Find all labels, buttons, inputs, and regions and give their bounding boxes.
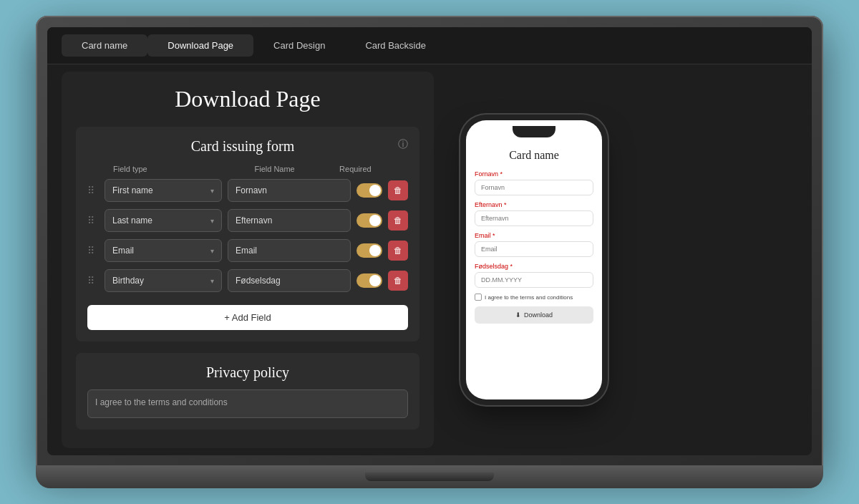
header-field-name: Field Name xyxy=(220,165,328,173)
phone-field-efternavn: Efternavn * xyxy=(475,201,593,226)
laptop-wrapper: Card name Download Page Card Design Card… xyxy=(36,16,823,488)
phone-field-fornavn: Fornavn * xyxy=(475,170,593,195)
phone-input-birthday[interactable] xyxy=(475,272,593,288)
tab-card-name[interactable]: Card name xyxy=(62,34,147,57)
download-icon: ⬇ xyxy=(515,311,521,319)
field-type-select-3[interactable]: Email ▾ xyxy=(105,239,222,262)
toggle-1[interactable] xyxy=(356,183,382,198)
tab-card-backside[interactable]: Card Backside xyxy=(345,34,446,57)
header-required: Required xyxy=(329,165,382,173)
phone-input-fornavn[interactable] xyxy=(475,180,593,195)
field-type-select-1[interactable]: First name ▾ xyxy=(105,179,222,202)
drag-handle-2[interactable]: ⠿ xyxy=(87,215,99,226)
phone-label-efternavn: Efternavn * xyxy=(475,201,593,208)
top-nav: Card name Download Page Card Design Card… xyxy=(47,27,812,64)
left-panel: Download Page ⓘ Card issuing form Field … xyxy=(62,72,434,448)
field-name-input-2[interactable] xyxy=(228,209,351,232)
delete-btn-3[interactable]: 🗑 xyxy=(388,241,408,261)
field-name-input-4[interactable] xyxy=(228,269,351,292)
delete-btn-1[interactable]: 🗑 xyxy=(388,180,408,200)
delete-btn-4[interactable]: 🗑 xyxy=(388,271,408,291)
phone-label-birthday: Fødselsdag * xyxy=(475,263,593,270)
form-row-1: ⠿ First name ▾ 🗑 xyxy=(87,179,408,202)
toggle-3[interactable] xyxy=(356,243,382,258)
drag-handle-4[interactable]: ⠿ xyxy=(87,275,99,286)
privacy-text: I agree to the terms and conditions xyxy=(87,389,408,418)
phone-download-button[interactable]: ⬇ Download xyxy=(475,306,593,324)
phone-input-email[interactable] xyxy=(475,241,593,257)
privacy-section: Privacy policy I agree to the terms and … xyxy=(76,353,419,430)
add-field-button[interactable]: + Add Field xyxy=(87,305,408,330)
delete-btn-2[interactable]: 🗑 xyxy=(388,210,408,231)
tab-download-page[interactable]: Download Page xyxy=(147,34,253,57)
phone-checkbox-label: I agree to the terms and conditions xyxy=(485,294,573,301)
chevron-icon-1: ▾ xyxy=(210,187,214,195)
phone-mockup: Card name Fornavn * Efternavn * xyxy=(466,120,602,399)
phone-notch xyxy=(513,126,555,137)
right-panel: Card name Fornavn * Efternavn * xyxy=(448,72,620,448)
phone-checkbox[interactable] xyxy=(475,294,482,301)
laptop-base xyxy=(36,465,823,488)
laptop-body: Card name Download Page Card Design Card… xyxy=(36,16,823,467)
tab-card-design[interactable]: Card Design xyxy=(253,34,345,57)
phone-label-fornavn: Fornavn * xyxy=(475,170,593,178)
field-type-select-4[interactable]: Birthday ▾ xyxy=(105,269,222,292)
phone-content: Card name Fornavn * Efternavn * xyxy=(475,149,593,388)
field-name-input-1[interactable] xyxy=(228,179,351,202)
phone-field-birthday: Fødselsdag * xyxy=(475,263,593,288)
main-area: Download Page ⓘ Card issuing form Field … xyxy=(47,64,812,455)
laptop-stand xyxy=(365,472,494,481)
page-title: Download Page xyxy=(76,86,419,112)
chevron-icon-4: ▾ xyxy=(210,277,214,285)
form-row-4: ⠿ Birthday ▾ 🗑 xyxy=(87,269,408,292)
laptop-screen: Card name Download Page Card Design Card… xyxy=(47,27,812,455)
phone-input-efternavn[interactable] xyxy=(475,210,593,226)
phone-checkbox-row: I agree to the terms and conditions xyxy=(475,294,593,301)
drag-handle-1[interactable]: ⠿ xyxy=(87,185,99,196)
info-icon[interactable]: ⓘ xyxy=(398,138,408,151)
privacy-title: Privacy policy xyxy=(87,364,408,381)
form-row-2: ⠿ Last name ▾ 🗑 xyxy=(87,209,408,232)
chevron-icon-3: ▾ xyxy=(210,247,214,255)
field-type-select-2[interactable]: Last name ▾ xyxy=(105,209,222,232)
form-row-3: ⠿ Email ▾ 🗑 xyxy=(87,239,408,262)
form-section: ⓘ Card issuing form Field type Field Nam… xyxy=(76,127,419,341)
drag-handle-3[interactable]: ⠿ xyxy=(87,245,99,256)
phone-field-email: Email * xyxy=(475,232,593,257)
screen-content: Card name Download Page Card Design Card… xyxy=(47,27,812,455)
toggle-2[interactable] xyxy=(356,213,382,228)
phone-label-email: Email * xyxy=(475,232,593,239)
form-header: Field type Field Name Required xyxy=(87,165,408,173)
form-section-title: Card issuing form xyxy=(87,138,408,155)
phone-card-title: Card name xyxy=(475,149,593,162)
field-name-input-3[interactable] xyxy=(228,239,351,262)
chevron-icon-2: ▾ xyxy=(210,217,214,225)
toggle-4[interactable] xyxy=(356,273,382,288)
download-label: Download xyxy=(524,311,553,319)
header-field-type: Field type xyxy=(113,165,220,173)
